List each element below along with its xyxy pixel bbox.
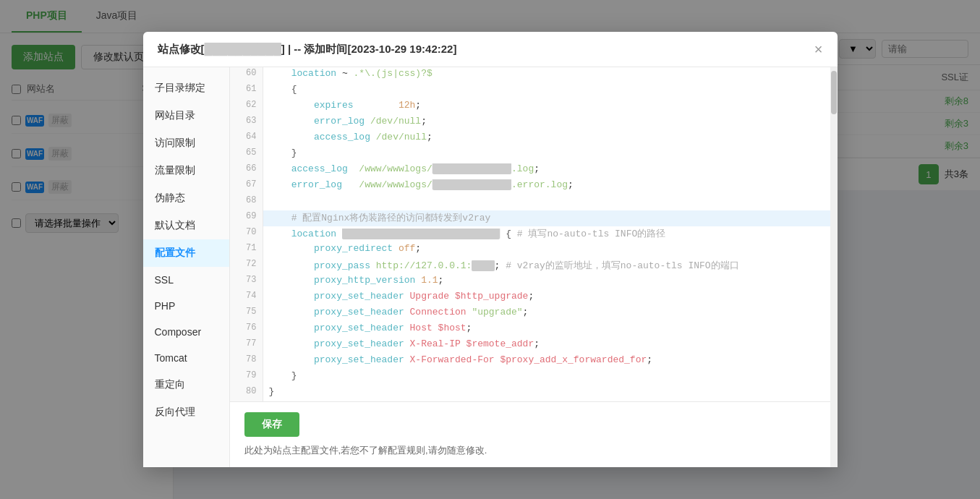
code-line-64: 64 access_log /dev/null; bbox=[230, 131, 830, 147]
scrollbar-thumb bbox=[831, 71, 837, 114]
modal-close-button[interactable]: × bbox=[814, 42, 823, 56]
nav-tomcat[interactable]: Tomcat bbox=[143, 345, 229, 371]
nav-php[interactable]: PHP bbox=[143, 293, 229, 319]
code-line-67: 67 error_log /www/wwwlogs/██████████████… bbox=[230, 179, 830, 195]
code-line-65: 65 } bbox=[230, 147, 830, 163]
code-line-62: 62 expires 12h; bbox=[230, 99, 830, 115]
nav-reverse-proxy[interactable]: 反向代理 bbox=[143, 398, 229, 426]
modal-scrollbar[interactable] bbox=[830, 67, 838, 467]
nav-config-file[interactable]: 配置文件 bbox=[143, 239, 229, 267]
code-line-73: 73 proxy_http_version 1.1; bbox=[230, 274, 830, 290]
code-line-75: 75 proxy_set_header Connection "upgrade"… bbox=[230, 306, 830, 322]
code-line-66: 66 access_log /www/wwwlogs/█████████████… bbox=[230, 163, 830, 179]
code-line-79: 79 } bbox=[230, 370, 830, 385]
nav-redirect[interactable]: 重定向 bbox=[143, 371, 229, 398]
nav-access[interactable]: 访问限制 bbox=[143, 129, 229, 157]
code-line-74: 74 proxy_set_header Upgrade $http_upgrad… bbox=[230, 290, 830, 306]
footer-note: 此处为站点主配置文件,若您不了解配置规则,请勿随意修改. bbox=[244, 445, 487, 456]
modal-body: 子目录绑定 网站目录 访问限制 流量限制 伪静态 默认文档 配置文件 SSL P… bbox=[143, 67, 838, 467]
nav-webdir[interactable]: 网站目录 bbox=[143, 102, 229, 129]
code-line-80: 80 } bbox=[230, 385, 830, 401]
nav-ssl[interactable]: SSL bbox=[143, 267, 229, 293]
modal-overlay: 站点修改[██████████] | -- 添加时间[2023-10-29 19… bbox=[0, 0, 980, 499]
save-button[interactable]: 保存 bbox=[244, 412, 299, 437]
nav-subdir[interactable]: 子目录绑定 bbox=[143, 74, 229, 102]
code-line-69: 69 # 配置Nginx将伪装路径的访问都转发到v2ray bbox=[230, 210, 830, 226]
nav-rewrite[interactable]: 伪静态 bbox=[143, 184, 229, 212]
code-line-72: 72 proxy_pass http://127.0.0.1:████; # v… bbox=[230, 258, 830, 274]
code-line-76: 76 proxy_set_header Host $host; bbox=[230, 322, 830, 338]
code-line-71: 71 proxy_redirect off; bbox=[230, 242, 830, 258]
code-line-63: 63 error_log /dev/null; bbox=[230, 115, 830, 131]
code-line-78: 78 proxy_set_header X-Forwarded-For $pro… bbox=[230, 354, 830, 370]
bg-page: PHP项目 Java项目 添加站点 修改默认页 网站名 状态 WAF 屏蔽 运行 bbox=[0, 0, 980, 499]
nav-default-doc[interactable]: 默认文档 bbox=[143, 212, 229, 239]
code-line-68: 68 bbox=[230, 195, 830, 210]
modal-header: 站点修改[██████████] | -- 添加时间[2023-10-29 19… bbox=[143, 32, 838, 67]
nav-traffic[interactable]: 流量限制 bbox=[143, 157, 229, 184]
modal-dialog: 站点修改[██████████] | -- 添加时间[2023-10-29 19… bbox=[143, 32, 838, 467]
modal-title: 站点修改[██████████] | -- 添加时间[2023-10-29 19… bbox=[158, 43, 457, 56]
nav-composer[interactable]: Composer bbox=[143, 319, 229, 345]
modal-footer: 保存 此处为站点主配置文件,若您不了解配置规则,请勿随意修改. bbox=[230, 401, 830, 467]
modal-title-redacted: ██████████ bbox=[205, 43, 281, 55]
code-line-70: 70 location ████████████████████████████… bbox=[230, 226, 830, 242]
modal-nav: 子目录绑定 网站目录 访问限制 流量限制 伪静态 默认文档 配置文件 SSL P… bbox=[143, 67, 230, 467]
modal-main: 60 location ~ .*\.(js|css)?$ 61 { 62 bbox=[230, 67, 830, 467]
code-editor[interactable]: 60 location ~ .*\.(js|css)?$ 61 { 62 bbox=[230, 67, 830, 401]
code-line-61: 61 { bbox=[230, 83, 830, 99]
code-line-77: 77 proxy_set_header X-Real-IP $remote_ad… bbox=[230, 338, 830, 354]
code-line-60: 60 location ~ .*\.(js|css)?$ bbox=[230, 67, 830, 83]
